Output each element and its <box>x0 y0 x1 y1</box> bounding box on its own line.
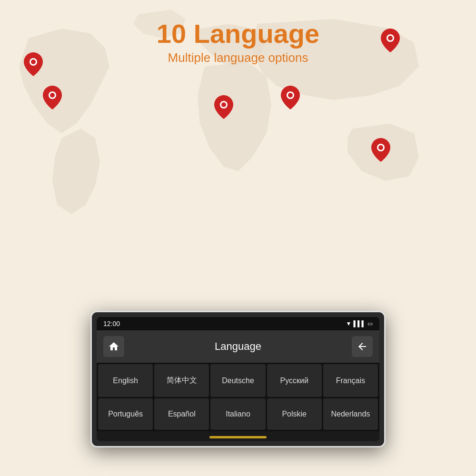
language-button-english[interactable]: English <box>98 364 153 397</box>
battery-icon: ▭ <box>367 320 373 327</box>
language-button-deutsche[interactable]: Deutsche <box>210 364 265 397</box>
svg-point-9 <box>288 93 293 98</box>
subtitle: Multiple language options <box>0 50 476 65</box>
svg-point-5 <box>50 93 55 98</box>
device-bottom <box>97 431 379 441</box>
status-time: 12:00 <box>103 320 120 327</box>
device-frame: 12:00 ▼ ▌▌▌ ▭ Language English简体中文 <box>90 311 386 447</box>
back-button[interactable] <box>352 336 373 357</box>
map-pin-5 <box>281 86 300 109</box>
language-button-简体中文[interactable]: 简体中文 <box>154 364 209 397</box>
language-button-español[interactable]: Español <box>154 398 209 430</box>
language-button-polskie[interactable]: Polskie <box>267 398 322 430</box>
home-indicator <box>209 436 267 438</box>
app-header: Language <box>97 330 379 363</box>
map-pin-3 <box>43 86 62 109</box>
status-bar: 12:00 ▼ ▌▌▌ ▭ <box>97 317 379 330</box>
language-button-nederlands[interactable]: Nederlands <box>323 398 378 430</box>
device-screen: 12:00 ▼ ▌▌▌ ▭ Language English简体中文 <box>97 317 379 441</box>
language-button-русский[interactable]: Русский <box>267 364 322 397</box>
main-title: 10 Language <box>0 19 476 49</box>
back-icon <box>357 341 368 352</box>
svg-point-11 <box>378 145 383 150</box>
home-icon <box>108 341 119 352</box>
wifi-icon: ▼ <box>346 320 352 327</box>
map-pin-6 <box>371 138 390 162</box>
language-button-italiano[interactable]: Italiano <box>210 398 265 430</box>
title-area: 10 Language Multiple language options <box>0 19 476 65</box>
language-button-português[interactable]: Português <box>98 398 153 430</box>
header-title: Language <box>129 340 347 353</box>
map-pin-4 <box>214 95 233 119</box>
svg-point-7 <box>221 102 226 107</box>
language-button-français[interactable]: Français <box>323 364 378 397</box>
home-button[interactable] <box>103 336 124 357</box>
language-grid: English简体中文DeutscheРусскийFrançaisPortug… <box>97 363 379 431</box>
signal-icon: ▌▌▌ <box>353 320 366 327</box>
status-icons: ▼ ▌▌▌ ▭ <box>346 320 373 327</box>
